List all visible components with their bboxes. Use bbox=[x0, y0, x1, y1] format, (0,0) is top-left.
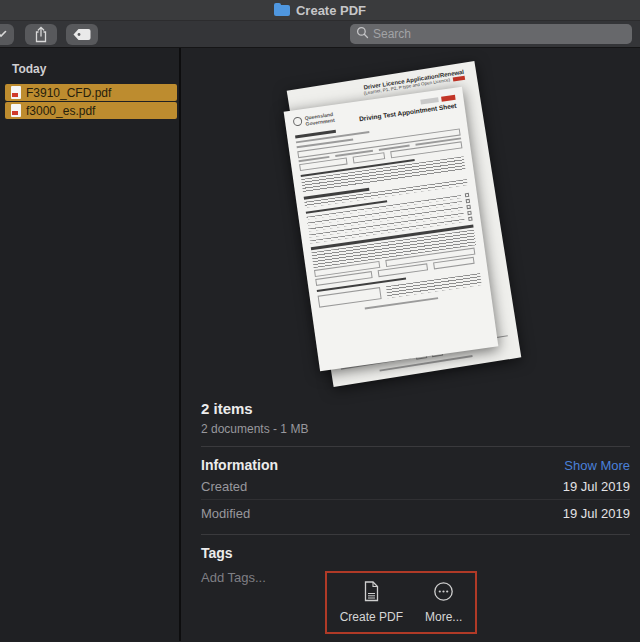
title-bar: Create PDF bbox=[0, 0, 640, 21]
information-heading: Information bbox=[201, 457, 278, 473]
annotation-box: Create PDF More... bbox=[325, 571, 477, 634]
finder-window: Create PDF bbox=[0, 0, 640, 642]
toolbar: Search bbox=[0, 21, 640, 48]
tag-button[interactable] bbox=[66, 24, 98, 45]
file-list-sidebar: Today F3910_CFD.pdf f3000_es.pdf bbox=[0, 48, 181, 641]
show-more-link[interactable]: Show More bbox=[564, 458, 630, 473]
tags-heading: Tags bbox=[201, 545, 233, 561]
chevron-down-icon bbox=[0, 30, 7, 38]
info-row-modified: Modified 19 Jul 2019 bbox=[201, 500, 630, 526]
ellipsis-circle-icon bbox=[433, 581, 454, 605]
search-input[interactable]: Search bbox=[350, 24, 632, 44]
file-row-f3910[interactable]: F3910_CFD.pdf bbox=[5, 84, 177, 101]
date-group-label: Today bbox=[0, 58, 179, 84]
red-stamp bbox=[453, 76, 465, 82]
share-button[interactable] bbox=[25, 24, 57, 45]
create-pdf-button[interactable]: Create PDF bbox=[340, 581, 403, 624]
information-section: Information Show More Created 19 Jul 201… bbox=[201, 457, 630, 535]
red-stamp bbox=[441, 95, 456, 102]
view-options-button[interactable] bbox=[0, 24, 14, 45]
more-button[interactable]: More... bbox=[425, 581, 462, 624]
tag-icon bbox=[72, 28, 92, 41]
folder-icon bbox=[274, 5, 290, 16]
window-title: Create PDF bbox=[296, 3, 366, 18]
preview-pane: Driver Licence Application/Renewal (Lear… bbox=[181, 48, 640, 641]
item-count: 2 items bbox=[201, 400, 630, 417]
document-preview: Driver Licence Application/Renewal (Lear… bbox=[281, 72, 531, 402]
search-icon bbox=[356, 25, 369, 43]
file-row-f3000[interactable]: f3000_es.pdf bbox=[5, 102, 177, 119]
info-row-created: Created 19 Jul 2019 bbox=[201, 473, 630, 500]
queensland-crest-logo bbox=[293, 116, 303, 126]
pdf-file-icon bbox=[11, 104, 21, 117]
file-name: f3000_es.pdf bbox=[26, 104, 95, 118]
front-page-thumbnail: Queensland Government Driving Test Appoi… bbox=[284, 87, 499, 372]
create-pdf-label: Create PDF bbox=[340, 610, 403, 624]
pdf-file-icon bbox=[11, 86, 21, 99]
item-details: 2 documents - 1 MB bbox=[201, 422, 630, 447]
file-name: F3910_CFD.pdf bbox=[26, 86, 111, 100]
more-label: More... bbox=[425, 610, 462, 624]
document-icon bbox=[363, 581, 380, 605]
search-placeholder: Search bbox=[373, 27, 411, 41]
share-icon bbox=[33, 26, 49, 43]
org-name: Queensland Government bbox=[304, 110, 348, 130]
